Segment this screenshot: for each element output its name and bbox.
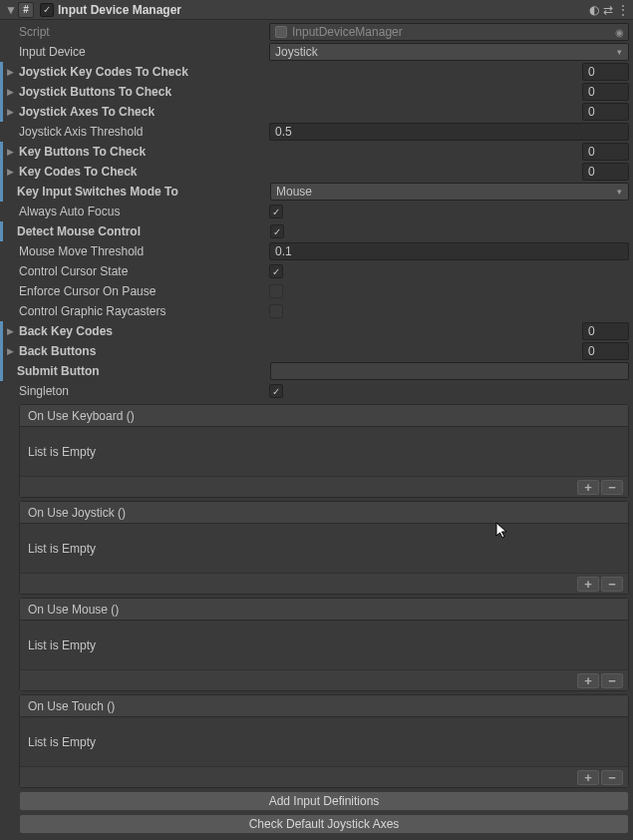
event-footer: + − [20, 574, 628, 594]
script-icon: # [18, 2, 34, 18]
remove-button[interactable]: − [601, 577, 623, 592]
dropdown-value: Mouse [276, 185, 312, 199]
dropdown-value: Joystick [275, 45, 318, 59]
dropdown-key-input-switches[interactable]: Mouse ▾ [270, 183, 629, 201]
script-value: InputDeviceManager [292, 25, 403, 39]
enable-checkbox[interactable]: ✓ [40, 3, 54, 17]
event-header: On Use Keyboard () [20, 405, 628, 427]
label-mouse-move-threshold: Mouse Move Threshold [0, 244, 269, 258]
foldout-icon[interactable]: ▶ [3, 105, 17, 119]
label-input-device: Input Device [0, 45, 269, 59]
event-footer: + − [20, 477, 628, 497]
menu-icon[interactable]: ⋮ [617, 3, 629, 17]
row-input-device: Input Device Joystick ▾ [0, 42, 633, 62]
event-on-use-touch: On Use Touch () List is Empty + − [19, 694, 629, 788]
chevron-down-icon: ▾ [617, 47, 622, 57]
checkbox-control-cursor-state[interactable]: ✓ [269, 264, 283, 278]
label-joystick-key-codes: Joystick Key Codes To Check [17, 65, 275, 79]
help-icon[interactable]: ◐ [589, 3, 599, 17]
row-key-codes: ▶ Key Codes To Check 0 [0, 162, 633, 182]
label-joystick-axis-threshold: Joystick Axis Threshold [0, 125, 269, 139]
foldout-icon[interactable]: ▶ [3, 324, 17, 338]
checkbox-enforce-cursor-pause[interactable] [269, 284, 283, 298]
label-detect-mouse: Detect Mouse Control [17, 224, 270, 238]
foldout-icon[interactable]: ▶ [3, 344, 17, 358]
row-detect-mouse: ▶ Detect Mouse Control ✓ [0, 221, 633, 241]
event-header: On Use Touch () [20, 695, 628, 717]
input-mouse-move-threshold[interactable]: 0.1 [269, 242, 629, 260]
count-joystick-buttons[interactable]: 0 [582, 83, 629, 101]
remove-button[interactable]: − [601, 480, 623, 495]
count-joystick-axes[interactable]: 0 [582, 103, 629, 121]
add-button[interactable]: + [577, 480, 599, 495]
object-icon [275, 26, 287, 38]
label-back-key-codes: Back Key Codes [17, 324, 275, 338]
label-control-cursor-state: Control Cursor State [0, 264, 269, 278]
label-key-buttons: Key Buttons To Check [17, 145, 275, 159]
component-header: ▼ # ✓ Input Device Manager ◐ ⇄ ⋮ [0, 0, 633, 20]
event-on-use-keyboard: On Use Keyboard () List is Empty + − [19, 404, 629, 498]
row-joystick-key-codes: ▶ Joystick Key Codes To Check 0 [0, 62, 633, 82]
checkbox-detect-mouse[interactable]: ✓ [270, 224, 284, 238]
row-control-raycasters: Control Graphic Raycasters [0, 301, 633, 321]
row-joystick-axis-threshold: Joystick Axis Threshold 0.5 [0, 122, 633, 142]
foldout-icon[interactable]: ▶ [3, 85, 17, 99]
count-joystick-key-codes[interactable]: 0 [582, 63, 629, 81]
remove-button[interactable]: − [601, 673, 623, 688]
event-footer: + − [20, 670, 628, 690]
count-back-key-codes[interactable]: 0 [582, 322, 629, 340]
remove-button[interactable]: − [601, 770, 623, 785]
row-always-auto-focus: Always Auto Focus ✓ [0, 202, 633, 221]
foldout-icon[interactable]: ▶ [3, 165, 17, 179]
row-mouse-move-threshold: Mouse Move Threshold 0.1 [0, 241, 633, 261]
input-joystick-axis-threshold[interactable]: 0.5 [269, 123, 629, 141]
add-button[interactable]: + [577, 577, 599, 592]
count-key-codes[interactable]: 0 [582, 163, 629, 181]
row-script: Script InputDeviceManager ◉ [0, 22, 633, 42]
foldout-icon[interactable]: ▶ [3, 145, 17, 159]
checkbox-singleton[interactable]: ✓ [269, 384, 283, 398]
input-submit-button[interactable] [270, 362, 629, 380]
event-body: List is Empty [20, 717, 628, 767]
label-submit-button: Submit Button [17, 364, 270, 378]
row-back-buttons: ▶ Back Buttons 0 [0, 341, 633, 361]
script-object-field[interactable]: InputDeviceManager ◉ [269, 23, 629, 41]
event-body: List is Empty [20, 427, 628, 477]
component-title: Input Device Manager [58, 3, 589, 17]
object-picker-icon[interactable]: ◉ [615, 27, 624, 38]
event-footer: + − [20, 767, 628, 787]
row-submit-button: ▶ Submit Button [0, 361, 633, 381]
label-always-auto-focus: Always Auto Focus [0, 205, 269, 218]
add-button[interactable]: + [577, 770, 599, 785]
row-control-cursor-state: Control Cursor State ✓ [0, 261, 633, 281]
foldout-icon[interactable]: ▶ [3, 65, 17, 79]
event-body: List is Empty [20, 621, 628, 670]
add-input-definitions-button[interactable]: Add Input Definitions [19, 791, 629, 811]
foldout-icon[interactable]: ▼ [4, 3, 18, 17]
count-back-buttons[interactable]: 0 [582, 342, 629, 360]
event-body: List is Empty [20, 524, 628, 574]
count-key-buttons[interactable]: 0 [582, 143, 629, 161]
row-singleton: Singleton ✓ [0, 381, 633, 401]
label-enforce-cursor-pause: Enforce Cursor On Pause [0, 284, 269, 298]
label-joystick-axes: Joystick Axes To Check [17, 105, 275, 119]
add-button[interactable]: + [577, 673, 599, 688]
label-script: Script [0, 25, 269, 39]
label-singleton: Singleton [0, 384, 269, 398]
preset-icon[interactable]: ⇄ [603, 3, 613, 17]
override-marker [0, 182, 3, 202]
row-key-buttons: ▶ Key Buttons To Check 0 [0, 142, 633, 162]
override-marker [0, 221, 3, 241]
override-marker [0, 361, 3, 381]
event-on-use-joystick: On Use Joystick () List is Empty + − [19, 501, 629, 595]
row-joystick-buttons: ▶ Joystick Buttons To Check 0 [0, 82, 633, 102]
check-default-joystick-axes-button[interactable]: Check Default Joystick Axes [19, 814, 629, 834]
checkbox-always-auto-focus[interactable]: ✓ [269, 205, 283, 218]
row-key-input-switches: ▶ Key Input Switches Mode To Mouse ▾ [0, 182, 633, 202]
dropdown-input-device[interactable]: Joystick ▾ [269, 43, 629, 61]
label-back-buttons: Back Buttons [17, 344, 275, 358]
checkbox-control-raycasters[interactable] [269, 304, 283, 318]
row-back-key-codes: ▶ Back Key Codes 0 [0, 321, 633, 341]
row-enforce-cursor-pause: Enforce Cursor On Pause [0, 281, 633, 301]
label-key-codes: Key Codes To Check [17, 165, 275, 179]
